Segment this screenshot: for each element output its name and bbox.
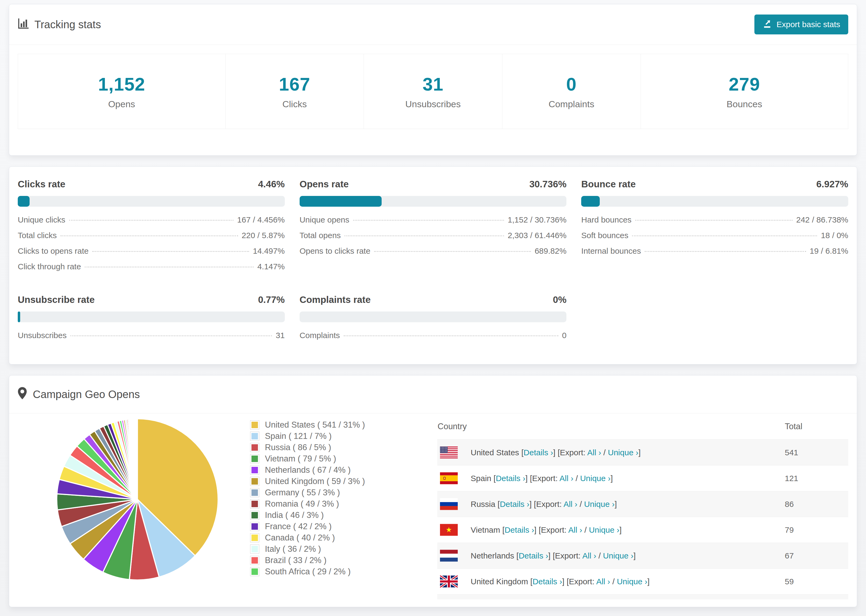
export-label: [Export: xyxy=(534,500,562,509)
tracking-stats-title: Tracking stats xyxy=(18,18,101,31)
stat-row-value: 19 / 6.81% xyxy=(810,247,848,256)
dotted-leader xyxy=(374,251,531,252)
details-link-spain[interactable]: Details › xyxy=(496,474,525,483)
bracket: [ xyxy=(502,525,505,534)
legend-item-united-kingdom: United Kingdom ( 59 / 3% ) xyxy=(250,476,401,487)
flag-gb-icon xyxy=(440,575,470,588)
dashboard-page: Tracking stats Export basic stats 1,152 … xyxy=(0,0,866,616)
export-label: [Export: xyxy=(553,551,580,560)
stat-row-unique-opens: Unique opens 1,152 / 30.736% xyxy=(299,215,567,231)
export-basic-stats-button[interactable]: Export basic stats xyxy=(754,14,848,35)
rate-progress-fill xyxy=(581,196,600,207)
country-name: United States xyxy=(471,448,519,457)
legend-swatch xyxy=(250,454,259,463)
flag-cell xyxy=(437,569,471,594)
legend-swatch xyxy=(250,466,259,475)
stat-row-label: Clicks to opens rate xyxy=(18,247,88,256)
details-link-vietnam[interactable]: Details › xyxy=(505,525,534,534)
stat-row-value: 0 xyxy=(562,331,567,340)
rate-progress-fill xyxy=(299,196,382,207)
stat-row-label: Unique opens xyxy=(299,215,350,225)
details-link-united-kingdom[interactable]: Details › xyxy=(532,577,562,586)
legend-item-romania: Romania ( 49 / 3% ) xyxy=(250,498,401,509)
details-link-netherlands[interactable]: Details › xyxy=(518,551,548,560)
dotted-leader xyxy=(353,220,504,221)
rate-progress-fill xyxy=(18,311,20,322)
geo-row-vietnam: Vietnam [Details ›] [Export: All › / Uni… xyxy=(437,517,848,543)
country-name: Spain xyxy=(471,474,491,483)
stat-row-label: Internal bounces xyxy=(581,247,641,256)
dotted-leader xyxy=(71,335,272,336)
rate-progress-track xyxy=(299,311,567,322)
stat-row-hard-bounces: Hard bounces 242 / 86.738% xyxy=(581,215,848,231)
export-all-link-netherlands[interactable]: All › xyxy=(582,551,596,560)
campaign-geo-opens-header: Campaign Geo Opens xyxy=(9,376,857,413)
export-unique-link-netherlands[interactable]: Unique › xyxy=(603,551,633,560)
summary-box-clicks: 167 Clicks xyxy=(225,54,364,129)
bracket: [ xyxy=(531,577,532,586)
country-cell: Spain [Details ›] [Export: All › / Uniqu… xyxy=(471,465,784,491)
total-cell: 541 xyxy=(784,440,848,465)
flag-cell xyxy=(437,440,471,465)
stat-row-value: 689.82% xyxy=(535,247,567,256)
bracket: ] xyxy=(638,448,641,457)
stat-row-complaints: Complaints 0 xyxy=(299,331,567,346)
details-link-russia[interactable]: Details › xyxy=(500,500,529,509)
dotted-leader xyxy=(635,220,792,221)
slash: / xyxy=(582,525,589,534)
stat-row-label: Soft bounces xyxy=(581,231,628,240)
export-label: [Export: xyxy=(539,525,567,534)
stat-row-total-clicks: Total clicks 220 / 5.87% xyxy=(18,231,285,247)
export-all-link-vietnam[interactable]: All › xyxy=(568,525,582,534)
geo-table-header-total: Total xyxy=(784,413,848,440)
details-link-united-states[interactable]: Details › xyxy=(524,448,553,457)
geo-row-spain: Spain [Details ›] [Export: All › / Uniqu… xyxy=(437,465,848,491)
rate-block-opens: Opens rate 30.736% Unique opens 1,152 / … xyxy=(299,179,567,278)
export-unique-link-united-states[interactable]: Unique › xyxy=(608,448,638,457)
stat-row-internal-bounces: Internal bounces 19 / 6.81% xyxy=(581,247,848,262)
rate-head: Clicks rate 4.46% xyxy=(18,179,285,190)
stat-row-label: Opens to clicks rate xyxy=(299,247,370,256)
bracket: ] xyxy=(525,474,527,483)
bracket: [ xyxy=(521,448,523,457)
stat-row-label: Unsubscribes xyxy=(18,331,67,340)
legend-swatch xyxy=(250,443,259,452)
stat-row-unsubscribes: Unsubscribes 31 xyxy=(18,331,285,346)
campaign-geo-opens-content: United States ( 541 / 31% ) Spain ( 121 … xyxy=(9,413,857,599)
legend-label: Vietnam ( 79 / 5% ) xyxy=(265,454,336,464)
country-cell: Russia [Details ›] [Export: All › / Uniq… xyxy=(471,491,784,517)
country-cell: United Kingdom [Details ›] [Export: All … xyxy=(471,569,784,594)
export-unique-link-spain[interactable]: Unique › xyxy=(580,474,611,483)
export-unique-link-vietnam[interactable]: Unique › xyxy=(589,525,619,534)
legend-label: Brazil ( 33 / 2% ) xyxy=(265,556,326,565)
geo-table-wrap: Country Total United States [Details ›] … xyxy=(437,413,848,599)
stat-row-value: 1,152 / 30.736% xyxy=(508,215,567,225)
stat-row-value: 242 / 86.738% xyxy=(796,215,849,225)
stat-row-click-through-rate: Click through rate 4.147% xyxy=(18,262,285,278)
campaign-geo-opens-title: Campaign Geo Opens xyxy=(33,388,140,401)
legend-label: Netherlands ( 67 / 4% ) xyxy=(265,465,351,475)
dotted-leader xyxy=(85,267,254,267)
export-all-link-russia[interactable]: All › xyxy=(564,500,578,509)
legend-item-france: France ( 42 / 2% ) xyxy=(250,521,401,532)
rate-rows: Unique opens 1,152 / 30.736% Total opens… xyxy=(299,215,567,262)
geo-table-header-row: Country Total xyxy=(437,413,848,440)
slash: / xyxy=(601,448,608,457)
legend-item-italy: Italy ( 36 / 2% ) xyxy=(250,544,401,555)
export-all-link-united-states[interactable]: All › xyxy=(587,448,601,457)
rate-head: Complaints rate 0% xyxy=(299,294,567,306)
stat-row-label: Total clicks xyxy=(18,231,57,240)
rate-rows: Unsubscribes 31 xyxy=(18,331,285,346)
legend-swatch xyxy=(250,488,259,497)
export-unique-link-russia[interactable]: Unique › xyxy=(584,500,614,509)
summary-label: Unsubscribes xyxy=(405,99,461,109)
export-all-link-united-kingdom[interactable]: All › xyxy=(596,577,610,586)
slash: / xyxy=(596,551,603,560)
summary-box-opens: 1,152 Opens xyxy=(18,54,226,129)
export-basic-stats-label: Export basic stats xyxy=(776,20,840,29)
rate-rows: Complaints 0 xyxy=(299,331,567,346)
stat-row-label: Total opens xyxy=(299,231,341,240)
export-all-link-spain[interactable]: All › xyxy=(559,474,573,483)
legend-item-brazil: Brazil ( 33 / 2% ) xyxy=(250,555,401,566)
export-unique-link-united-kingdom[interactable]: Unique › xyxy=(617,577,647,586)
